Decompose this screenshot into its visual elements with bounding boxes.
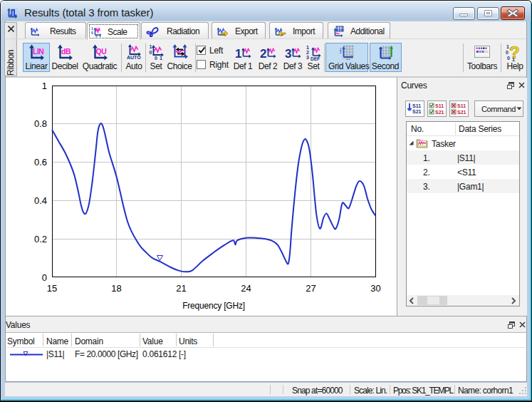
svg-text:2: 2 xyxy=(260,47,266,61)
svg-text:24: 24 xyxy=(241,283,251,294)
svg-text:21: 21 xyxy=(176,283,186,294)
svg-text:0: 0 xyxy=(150,50,152,55)
svg-text:dB: dB xyxy=(61,47,71,56)
svg-text:27: 27 xyxy=(306,283,315,294)
svg-text:1: 1 xyxy=(42,81,47,91)
svg-text:DEF: DEF xyxy=(311,56,320,61)
svg-text:2: 2 xyxy=(340,51,342,54)
svg-text:2: 2 xyxy=(306,50,309,55)
svg-text:0: 0 xyxy=(506,50,508,55)
svg-text:S21: S21 xyxy=(435,110,444,115)
svg-text:S21: S21 xyxy=(457,110,466,115)
svg-text:18: 18 xyxy=(111,283,121,294)
svg-text:3: 3 xyxy=(285,47,291,61)
svg-text:S21: S21 xyxy=(412,109,422,114)
svg-text:QU: QU xyxy=(96,47,107,56)
svg-text:30: 30 xyxy=(370,283,380,294)
svg-text:S11: S11 xyxy=(457,103,466,108)
svg-text:1: 1 xyxy=(99,34,101,37)
svg-text:0.8: 0.8 xyxy=(34,118,47,129)
svg-text:S11: S11 xyxy=(435,103,444,108)
svg-text:S11: S11 xyxy=(412,103,421,108)
svg-text:1: 1 xyxy=(160,56,162,61)
svg-text:0.6: 0.6 xyxy=(34,157,47,168)
svg-text:1: 1 xyxy=(150,44,152,49)
svg-text:15: 15 xyxy=(47,283,57,294)
svg-text:1: 1 xyxy=(235,47,241,61)
svg-text:LIN: LIN xyxy=(33,47,43,56)
svg-text:0.4: 0.4 xyxy=(34,195,47,206)
svg-text:0: 0 xyxy=(95,34,98,37)
svg-text:0.2: 0.2 xyxy=(34,234,47,244)
svg-text:0: 0 xyxy=(42,272,47,283)
svg-text:1: 1 xyxy=(506,44,509,49)
svg-text:0: 0 xyxy=(507,56,510,61)
svg-text:0: 0 xyxy=(155,56,157,61)
svg-text:Ribbon: Ribbon xyxy=(6,50,16,76)
svg-text:0: 0 xyxy=(91,31,93,35)
svg-text:1: 1 xyxy=(306,45,309,50)
svg-text:AUTO: AUTO xyxy=(127,55,141,60)
svg-text:Frequency [GHz]: Frequency [GHz] xyxy=(182,301,245,311)
svg-text:3: 3 xyxy=(306,55,309,60)
